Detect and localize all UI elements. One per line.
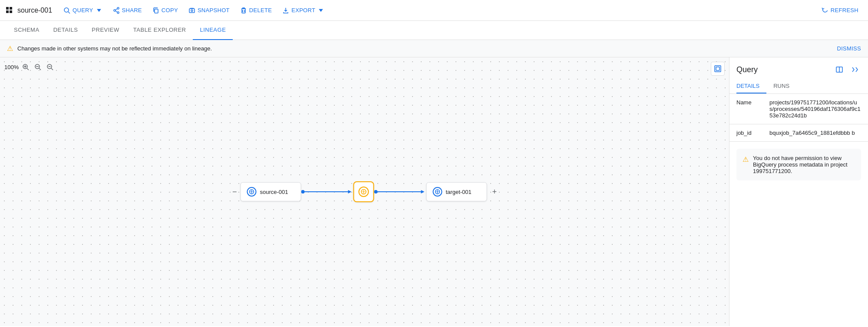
svg-line-5 [68,12,70,13]
tab-table-explorer[interactable]: TABLE EXPLORER [126,21,193,40]
process-node-icon [359,187,369,197]
zoom-out-button[interactable] [33,62,43,72]
target-node-icon [433,187,442,197]
dismiss-button[interactable]: DISMISS [837,45,861,52]
toolbar: source-001 QUERY SHARE COPY SNAPSHOT DEL… [0,0,868,21]
svg-rect-28 [716,67,719,70]
process-node[interactable] [353,181,374,202]
connector-left [301,187,353,196]
export-button[interactable]: EXPORT [278,4,329,17]
svg-line-25 [51,68,53,70]
zoom-reset-button[interactable] [45,62,55,72]
panel-warning-icon: ⚠ [743,155,749,164]
zoom-level: 100% [4,64,19,70]
toolbar-title: source-001 [5,6,52,15]
svg-rect-27 [715,66,721,72]
panel-row-name: Name projects/199751771200/locations/us/… [729,94,868,124]
delete-button[interactable]: DELETE [236,4,276,17]
svg-marker-40 [421,190,425,194]
query-button[interactable]: QUERY [59,4,107,17]
page-title: source-001 [17,7,52,14]
zoom-in-button[interactable] [20,62,31,72]
main-content: 100% − so [0,57,868,326]
panel-row-jobid: job_id bquxjob_7a6465c9_1881efdbbb b [729,124,868,142]
warning-left: ⚠ Changes made in other systems may not … [7,44,212,53]
svg-line-23 [39,68,41,70]
warning-banner: ⚠ Changes made in other systems may not … [0,40,868,57]
panel-warning-card: ⚠ You do not have permission to view Big… [736,149,861,180]
panel-content: Name projects/199751771200/locations/us/… [729,94,868,326]
toolbar-actions: QUERY SHARE COPY SNAPSHOT DELETE EXPORT [59,4,438,17]
snapshot-button[interactable]: SNAPSHOT [184,4,234,17]
svg-line-9 [116,9,117,10]
svg-rect-3 [10,10,12,13]
zoom-controls: 100% [4,62,55,72]
tab-preview[interactable]: PREVIEW [85,21,126,40]
panel-icons [833,63,861,76]
right-panel: Query DETAILS [729,57,868,326]
connector-right [374,187,426,196]
svg-point-13 [191,10,193,11]
panel-row-jobid-value: bquxjob_7a6465c9_1881efdbbb b [769,130,855,136]
svg-point-7 [117,7,119,9]
target-node-label: target-001 [446,189,472,195]
panel-collapse-button[interactable] [849,63,861,76]
share-button[interactable]: SHARE [109,4,146,17]
svg-point-4 [64,8,69,12]
refresh-button[interactable]: REFRESH [817,4,863,17]
svg-marker-34 [348,190,352,194]
target-node[interactable]: target-001 [426,182,487,201]
source-node[interactable]: source-001 [241,182,301,201]
source-node-label: source-001 [260,189,288,195]
svg-rect-0 [6,7,9,10]
tabbar: SCHEMA DETAILS PREVIEW TABLE EXPLORER LI… [0,21,868,40]
svg-rect-2 [6,10,9,13]
fit-screen-button[interactable] [711,62,725,76]
source-minus-button[interactable]: − [231,187,239,197]
canvas-area[interactable]: 100% − so [0,57,729,326]
tab-lineage[interactable]: LINEAGE [193,21,233,40]
tab-schema[interactable]: SCHEMA [7,21,46,40]
svg-rect-14 [242,9,245,13]
tab-details[interactable]: DETAILS [46,21,85,40]
panel-warning-text: You do not have permission to view BigQu… [753,155,855,174]
panel-row-name-value: projects/199751771200/locations/us/proce… [769,99,861,119]
svg-rect-1 [10,7,12,10]
source-node-icon [247,187,257,197]
panel-tab-details[interactable]: DETAILS [736,79,766,93]
panel-tabs: DETAILS RUNS [729,79,868,94]
target-plus-button[interactable]: + [491,187,499,197]
svg-line-20 [27,68,29,70]
warning-text: Changes made in other systems may not be… [17,45,212,52]
panel-header: Query [729,57,868,76]
panel-row-name-label: Name [736,99,762,106]
lineage-diagram: − source-001 [231,181,498,202]
panel-tab-runs[interactable]: RUNS [773,79,796,93]
warning-icon: ⚠ [7,44,13,53]
copy-button[interactable]: COPY [148,4,182,17]
svg-rect-11 [155,9,158,13]
svg-point-6 [114,10,116,11]
panel-row-jobid-label: job_id [736,130,762,136]
grid-icon [5,6,14,15]
svg-rect-12 [189,9,195,13]
panel-split-button[interactable] [833,63,845,76]
svg-line-10 [116,11,117,12]
svg-point-8 [117,12,119,13]
panel-title: Query [736,65,758,74]
